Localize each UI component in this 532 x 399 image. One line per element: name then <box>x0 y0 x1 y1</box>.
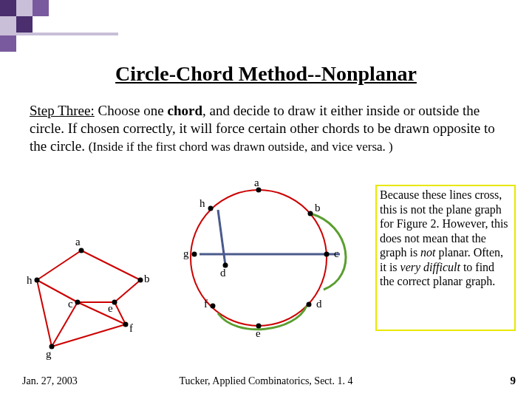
svg-point-21 <box>35 278 40 283</box>
svg-point-46 <box>192 252 197 257</box>
svg-rect-4 <box>16 16 33 33</box>
svg-point-22 <box>123 322 129 327</box>
page-title: Circle-Chord Method--Nonplanar <box>0 62 532 86</box>
svg-text:h: h <box>200 197 205 209</box>
svg-text:h: h <box>27 274 33 286</box>
svg-text:f: f <box>204 298 208 310</box>
svg-rect-3 <box>0 16 16 33</box>
svg-text:e: e <box>256 327 261 339</box>
svg-text:d: d <box>220 267 226 279</box>
svg-point-17 <box>79 248 84 253</box>
svg-line-15 <box>37 280 52 347</box>
svg-text:b: b <box>144 273 150 284</box>
svg-line-11 <box>37 250 81 280</box>
svg-point-20 <box>75 300 81 305</box>
svg-rect-6 <box>0 35 16 52</box>
svg-text:d: d <box>316 298 322 310</box>
footer-citation: Tucker, Applied Combinatorics, Sect. 1. … <box>0 375 532 387</box>
circle-chord-graph: a b c d e f g h d <box>183 180 346 339</box>
svg-rect-0 <box>0 0 16 16</box>
svg-text:c: c <box>334 248 339 259</box>
svg-line-12 <box>78 302 126 324</box>
svg-text:f: f <box>129 322 133 334</box>
svg-point-48 <box>208 206 214 211</box>
svg-point-44 <box>211 304 216 309</box>
svg-point-40 <box>307 302 312 307</box>
slide: Circle-Chord Method--Nonplanar Step Thre… <box>0 0 532 399</box>
svg-text:e: e <box>108 302 113 314</box>
step-paragraph: Step Three: Choose one chord, and decide… <box>30 102 502 154</box>
svg-rect-5 <box>0 33 118 35</box>
page-number: 9 <box>511 375 516 387</box>
svg-text:a: a <box>254 180 259 188</box>
graph-diagram: a b c e f g h a b c d e f g h d <box>15 180 384 365</box>
svg-line-33 <box>218 210 225 265</box>
svg-text:g: g <box>183 248 189 259</box>
svg-text:a: a <box>75 236 81 248</box>
svg-point-18 <box>138 278 143 283</box>
svg-rect-1 <box>16 0 33 16</box>
svg-text:c: c <box>68 298 73 310</box>
note-box: Because these lines cross, this is not t… <box>375 185 516 331</box>
svg-text:b: b <box>315 202 321 214</box>
step-label: Step Three: <box>30 103 95 118</box>
svg-text:g: g <box>46 348 52 360</box>
corner-decoration <box>0 0 118 52</box>
svg-rect-2 <box>33 0 49 16</box>
svg-line-7 <box>81 250 140 280</box>
svg-line-8 <box>115 280 140 302</box>
svg-point-38 <box>324 252 330 257</box>
svg-point-36 <box>308 211 313 216</box>
left-graph: a b c e f g h <box>27 236 150 360</box>
